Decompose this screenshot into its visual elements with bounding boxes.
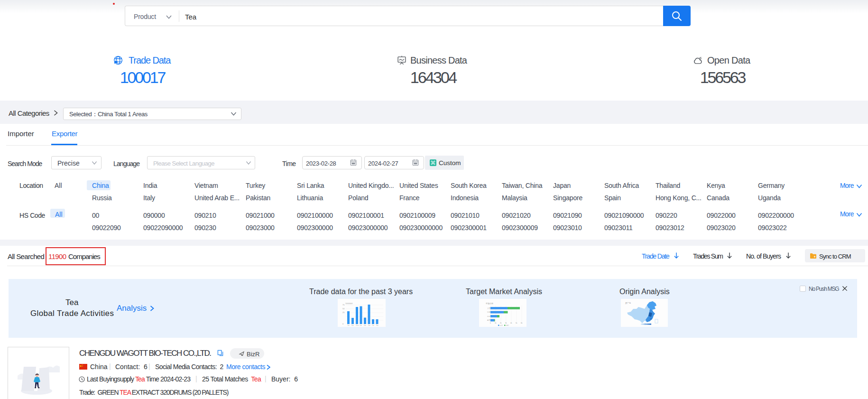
svg-text:7月: 7月 (347, 325, 350, 326)
svg-text:0: 0 (490, 322, 491, 324)
svg-text:进口: 进口 (506, 325, 509, 326)
svg-text:9月: 9月 (376, 325, 379, 326)
svg-text:5k: 5k (516, 322, 517, 324)
svg-text:4k: 4k (510, 322, 512, 324)
svg-text:2k: 2k (500, 322, 502, 324)
svg-text:50: 50 (342, 307, 345, 310)
svg-text:出口: 出口 (500, 325, 503, 326)
svg-text:印度: 印度 (487, 311, 490, 313)
svg-text:7月: 7月 (372, 325, 374, 326)
svg-text:6k: 6k (521, 322, 523, 324)
svg-text:日本: 日本 (487, 315, 490, 317)
svg-text:韩国: 韩国 (487, 319, 490, 321)
svg-text:25: 25 (342, 311, 345, 314)
svg-text:5月: 5月 (368, 325, 370, 326)
svg-text:9月: 9月 (351, 325, 354, 326)
svg-text:11月: 11月 (356, 325, 359, 326)
svg-text:市场分析: 市场分析 (486, 302, 493, 305)
svg-text:0: 0 (342, 323, 344, 325)
svg-text:美国: 美国 (487, 307, 490, 309)
svg-text:3月: 3月 (364, 325, 366, 326)
svg-text:原产地: 原产地 (625, 302, 631, 304)
svg-text:75: 75 (342, 304, 345, 306)
svg-text:3k: 3k (505, 322, 507, 324)
svg-text:1000000: 1000000 (345, 302, 353, 305)
svg-text:1k: 1k (495, 322, 497, 324)
svg-text:1月: 1月 (360, 325, 362, 326)
